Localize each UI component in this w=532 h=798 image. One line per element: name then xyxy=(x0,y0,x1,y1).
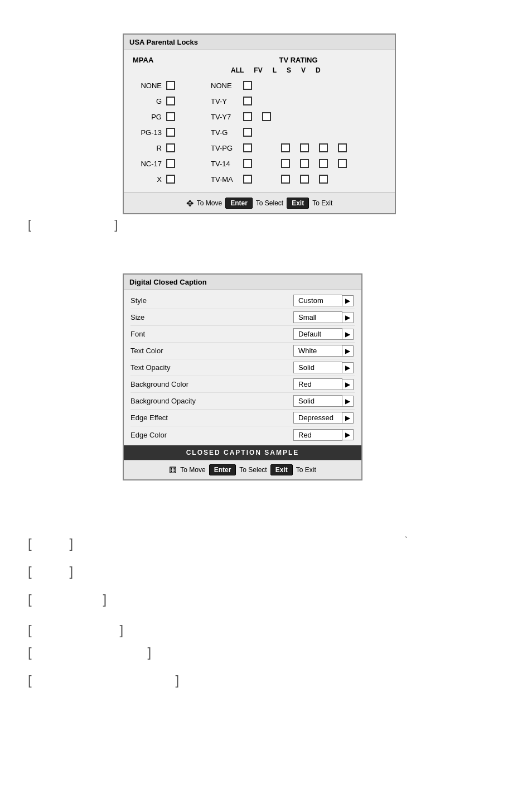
dcc-row-textopacity: Text Opacity Solid ▶ xyxy=(130,359,355,376)
tv-ma-all[interactable] xyxy=(243,175,252,184)
tv-14-d[interactable] xyxy=(338,159,347,168)
exit-button[interactable]: Exit xyxy=(287,198,309,209)
dcc-bgcolor-control[interactable]: Red ▶ xyxy=(293,378,355,390)
mpaa-x-checkbox[interactable] xyxy=(166,175,175,184)
tv-14-v[interactable] xyxy=(319,159,328,168)
dcc-edge-control[interactable]: Depressed ▶ xyxy=(293,412,355,424)
tv-pg-s[interactable] xyxy=(300,143,309,152)
tv-row-y: TV-Y xyxy=(211,93,386,109)
tv-pg-label: TV-PG xyxy=(211,144,240,152)
parental-locks-panel: USA Parental Locks MPAA TV RATING ALL FV… xyxy=(123,33,396,214)
tv-y7-all[interactable] xyxy=(243,112,252,121)
dcc-style-control[interactable]: Custom ▶ xyxy=(293,295,355,306)
mpaa-g-checkbox[interactable] xyxy=(166,97,175,105)
sub-v: V xyxy=(301,66,306,74)
mpaa-x-label: X xyxy=(133,175,162,184)
dcc-bgcolor-arrow[interactable]: ▶ xyxy=(342,379,354,390)
dcc-style-arrow[interactable]: ▶ xyxy=(342,295,354,306)
dcc-footer-exit2: To Exit xyxy=(296,466,316,474)
mpaa-row-nc17: NC-17 xyxy=(133,156,211,171)
tv-row-14: TV-14 xyxy=(211,156,386,171)
bracket-line-5: [ ] xyxy=(28,622,123,638)
tv-y-all[interactable] xyxy=(243,97,252,105)
dcc-font-arrow[interactable]: ▶ xyxy=(342,329,354,340)
dcc-style-label: Style xyxy=(130,296,147,305)
tv-14-all[interactable] xyxy=(243,159,252,168)
bracket-open-7: [ xyxy=(28,672,32,688)
tv-pg-d[interactable] xyxy=(338,143,347,152)
dcc-textopacity-label: Text Opacity xyxy=(130,363,171,372)
mpaa-nc17-checkbox[interactable] xyxy=(166,159,175,168)
tv-rating-rows: NONE TV-Y xyxy=(211,78,386,187)
tv-ma-s[interactable] xyxy=(300,175,309,184)
tv-g-label: TV-G xyxy=(211,128,240,137)
sub-all: ALL xyxy=(231,66,244,74)
mpaa-g-label: G xyxy=(133,97,162,105)
dcc-row-style: Style Custom ▶ xyxy=(130,292,355,309)
dcc-textopacity-arrow[interactable]: ▶ xyxy=(342,362,354,373)
dcc-exit-button[interactable]: Exit xyxy=(270,464,293,475)
bracket-line-2: [ ] ` xyxy=(28,536,73,551)
dcc-footer-select: To Select xyxy=(239,466,267,474)
dcc-row-edge: Edge Effect Depressed ▶ xyxy=(130,410,355,426)
dcc-textcolor-arrow[interactable]: ▶ xyxy=(342,345,354,357)
dcc-font-control[interactable]: Default ▶ xyxy=(293,328,355,340)
tv-row-g: TV-G xyxy=(211,124,386,140)
tv-14-l[interactable] xyxy=(281,159,290,168)
dcc-bgcolor-value: Red xyxy=(293,378,342,390)
tv-y7-fv[interactable] xyxy=(262,112,271,121)
dcc-size-arrow[interactable]: ▶ xyxy=(342,312,354,323)
mpaa-row-pg: PG xyxy=(133,109,211,124)
footer-move-text: To Move xyxy=(197,199,222,207)
mpaa-none-label: NONE xyxy=(133,81,162,90)
bracket-close-6: ] xyxy=(147,645,151,660)
mpaa-pg-checkbox[interactable] xyxy=(166,112,175,121)
dcc-size-value: Small xyxy=(293,311,342,323)
dcc-bgopacity-value: Solid xyxy=(293,395,342,407)
bracket-open-5: [ xyxy=(28,622,32,637)
bracket-close-5: ] xyxy=(119,622,123,637)
tv-14-s[interactable] xyxy=(300,159,309,168)
mpaa-r-checkbox[interactable] xyxy=(166,143,175,152)
dcc-textopacity-control[interactable]: Solid ▶ xyxy=(293,362,355,373)
tv-g-all[interactable] xyxy=(243,128,252,137)
dcc-row-font: Font Default ▶ xyxy=(130,326,355,343)
mpaa-row-g: G xyxy=(133,93,211,109)
mpaa-row-r: R xyxy=(133,140,211,156)
tv-pg-l[interactable] xyxy=(281,143,290,152)
sub-fv: FV xyxy=(254,66,262,74)
dcc-size-control[interactable]: Small ▶ xyxy=(293,311,355,323)
tv-pg-all[interactable] xyxy=(243,143,252,152)
dcc-style-value: Custom xyxy=(293,295,342,306)
bracket-open-3: [ xyxy=(28,564,32,579)
dcc-enter-button[interactable]: Enter xyxy=(209,464,236,475)
dcc-bgopacity-control[interactable]: Solid ▶ xyxy=(293,395,355,407)
tv-ma-label: TV-MA xyxy=(211,175,240,184)
footer-exit-text: To Exit xyxy=(312,199,332,207)
tv-y-label: TV-Y xyxy=(211,97,240,105)
dcc-textcolor-value: White xyxy=(293,345,342,357)
dcc-edgecolor-label: Edge Color xyxy=(130,431,167,439)
dcc-edgecolor-control[interactable]: Red ▶ xyxy=(293,429,355,441)
dcc-edgecolor-arrow[interactable]: ▶ xyxy=(342,429,354,440)
enter-button[interactable]: Enter xyxy=(225,198,253,209)
mpaa-r-label: R xyxy=(133,144,162,152)
dcc-bgopacity-arrow[interactable]: ▶ xyxy=(342,396,354,407)
dcc-row-textcolor: Text Color White ▶ xyxy=(130,343,355,359)
dcc-textcolor-label: Text Color xyxy=(130,347,163,355)
tv-ma-v[interactable] xyxy=(319,175,328,184)
dcc-bgcolor-label: Background Color xyxy=(130,380,188,388)
tv-none-all[interactable] xyxy=(243,81,252,90)
dcc-textcolor-control[interactable]: White ▶ xyxy=(293,345,355,357)
mpaa-pg13-checkbox[interactable] xyxy=(166,128,175,137)
bracket-open-1: [ xyxy=(28,218,36,232)
mpaa-none-checkbox[interactable] xyxy=(166,81,175,90)
dcc-bgopacity-label: Background Opacity xyxy=(130,397,196,405)
tv-pg-v[interactable] xyxy=(319,143,328,152)
dcc-edge-arrow[interactable]: ▶ xyxy=(342,412,354,424)
dcc-row-bgopacity: Background Opacity Solid ▶ xyxy=(130,393,355,410)
bracket-line-3: [ ] xyxy=(28,564,73,579)
mpaa-rows: NONE G PG PG-13 R xyxy=(133,78,211,187)
tv-ma-l[interactable] xyxy=(281,175,290,184)
backtick: ` xyxy=(405,536,408,546)
